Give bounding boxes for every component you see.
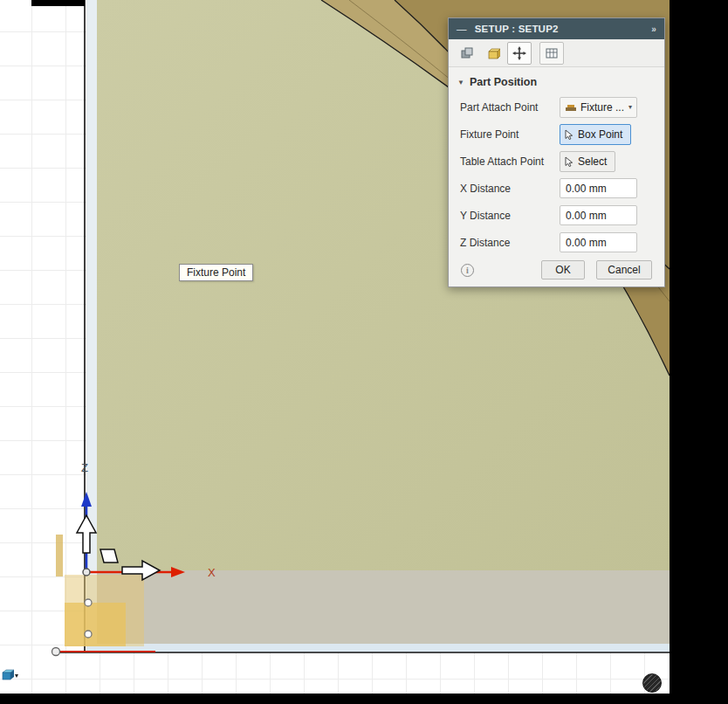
- collapse-triangle-icon[interactable]: ▼: [457, 79, 464, 86]
- x-axis-label: X: [208, 566, 216, 579]
- origin-point[interactable]: [83, 569, 90, 576]
- cursor-select-icon: [565, 129, 573, 140]
- section-header-part-position[interactable]: ▼ Part Position: [449, 67, 664, 93]
- tab-part-position[interactable]: [507, 42, 532, 65]
- dialog-title: SETUP : SETUP2: [475, 24, 559, 34]
- app-screen: X Z Fixture Point — SETUP : SETUP2 »: [0, 0, 728, 704]
- fixture-point-button[interactable]: Box Point: [560, 124, 631, 145]
- stock-front-band: [97, 570, 670, 644]
- label-x-distance: X Distance: [460, 183, 560, 195]
- tab-setup[interactable]: [455, 42, 479, 65]
- z-axis-label: Z: [81, 461, 88, 474]
- part-attach-point-value: Fixture ...: [580, 101, 624, 114]
- info-icon[interactable]: i: [461, 264, 474, 277]
- z-distance-input[interactable]: [560, 232, 637, 252]
- fixture-point-value: Box Point: [578, 128, 622, 141]
- corner-point[interactable]: [52, 648, 60, 656]
- dialog-footer: i OK Cancel: [449, 260, 664, 280]
- browser-display-toggle-icon[interactable]: [1, 668, 18, 682]
- part-attach-point-dropdown[interactable]: Fixture ... ▾: [560, 97, 637, 118]
- row-z-distance: Z Distance: [449, 229, 664, 256]
- dialog-titlebar[interactable]: — SETUP : SETUP2 »: [449, 18, 664, 39]
- row-part-attach-point: Part Attach Point Fixture ... ▾: [449, 93, 664, 121]
- setup-cubes-icon: [460, 46, 474, 60]
- tab-stock[interactable]: [481, 42, 505, 65]
- box-point-mid[interactable]: [85, 599, 92, 606]
- chevron-down-icon: ▾: [628, 103, 632, 111]
- row-x-distance: X Distance: [449, 175, 664, 202]
- row-table-attach-point: Table Attach Point Select: [449, 148, 664, 175]
- fixture-strip[interactable]: [56, 535, 63, 576]
- label-fixture-point: Fixture Point: [460, 128, 560, 141]
- expand-icon[interactable]: »: [651, 24, 656, 34]
- tab-post-table[interactable]: [539, 42, 564, 65]
- right-black-panel: [670, 0, 728, 704]
- fixture-icon: [565, 103, 577, 112]
- y-distance-input[interactable]: [560, 205, 637, 225]
- move-plane-handle[interactable]: [100, 549, 118, 563]
- stock-left-face: [86, 0, 98, 652]
- cursor-select-icon: [565, 156, 573, 167]
- row-fixture-point: Fixture Point Box Point: [449, 121, 664, 148]
- label-z-distance: Z Distance: [460, 237, 560, 249]
- fixture-box-inner[interactable]: [65, 603, 126, 646]
- bottom-black-bar: [0, 694, 728, 704]
- stock-cube-icon: [486, 46, 500, 60]
- dialog-tabstrip: [449, 39, 664, 67]
- navigation-sphere-badge[interactable]: [642, 673, 662, 693]
- top-left-edge-sliver: [31, 0, 85, 6]
- stock-highlight-strip: [86, 644, 670, 652]
- setup-dialog: — SETUP : SETUP2 »: [448, 17, 665, 287]
- label-y-distance: Y Distance: [460, 210, 560, 222]
- x-distance-input[interactable]: [560, 178, 637, 198]
- table-grid-icon: [545, 46, 559, 60]
- section-title: Part Position: [470, 76, 537, 88]
- fixture-point-tooltip: Fixture Point: [179, 264, 253, 281]
- table-attach-point-value: Select: [578, 155, 607, 168]
- label-part-attach-point: Part Attach Point: [460, 101, 560, 114]
- cancel-button[interactable]: Cancel: [596, 260, 652, 280]
- table-attach-point-button[interactable]: Select: [560, 151, 615, 172]
- row-y-distance: Y Distance: [449, 202, 664, 229]
- move-arrows-icon: [512, 46, 526, 60]
- ok-button[interactable]: OK: [541, 260, 585, 280]
- box-point-low[interactable]: [85, 631, 92, 638]
- label-table-attach-point: Table Attach Point: [460, 155, 560, 168]
- minimize-icon[interactable]: —: [457, 24, 467, 34]
